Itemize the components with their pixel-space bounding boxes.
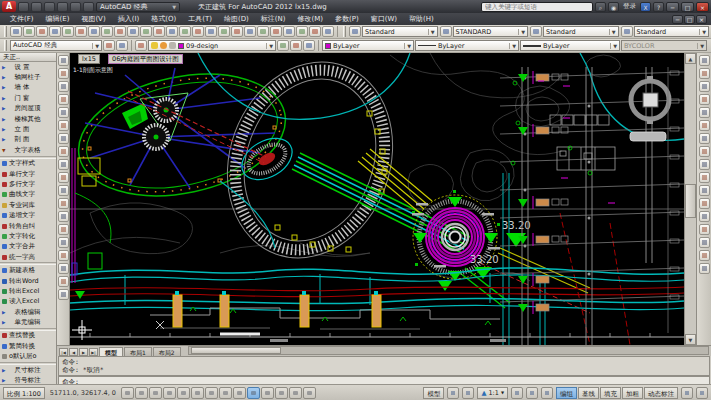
- model-space-button[interactable]: 模型: [423, 387, 444, 399]
- screen-menu-item[interactable]: 文字表格: [0, 145, 56, 155]
- join-icon[interactable]: [699, 224, 710, 235]
- screen-menu-item[interactable]: 轴网柱子: [0, 72, 56, 82]
- status-toggle-button[interactable]: [233, 387, 246, 399]
- document-minimize-button[interactable]: ─: [672, 15, 683, 24]
- toolbar-grip[interactable]: [4, 40, 7, 51]
- menu-item[interactable]: 绘图(D): [218, 13, 255, 25]
- workspaces-combo[interactable]: AutoCAD 经典 ▼: [10, 40, 102, 51]
- publish-icon[interactable]: [75, 26, 87, 37]
- next-tab-icon[interactable]: ▶: [79, 348, 88, 356]
- quick-view-drawings-icon[interactable]: [462, 387, 474, 399]
- create-block-icon[interactable]: [58, 211, 69, 222]
- screen-menu-title[interactable]: 天正..: [0, 53, 56, 62]
- screen-menu-item[interactable]: 文字合并: [0, 242, 56, 252]
- screen-menu-item[interactable]: 统一字高: [0, 252, 56, 262]
- exchange-apps-icon[interactable]: X: [640, 2, 651, 12]
- ellipse-arc-icon[interactable]: [58, 185, 69, 196]
- prev-tab-icon[interactable]: ◀: [69, 348, 78, 356]
- multiline-text-icon[interactable]: [58, 289, 69, 300]
- qnew-icon[interactable]: [10, 26, 22, 37]
- save-workspace-icon[interactable]: [116, 40, 128, 51]
- stretch-icon[interactable]: [699, 159, 710, 170]
- offset-icon[interactable]: [699, 94, 710, 105]
- polyline-icon[interactable]: [58, 81, 69, 92]
- status-toggle-button[interactable]: [149, 387, 162, 399]
- ellipse-icon[interactable]: [58, 172, 69, 183]
- last-tab-icon[interactable]: ▶|: [89, 348, 98, 356]
- menu-item[interactable]: 插入(I): [112, 13, 146, 25]
- screen-menu-item[interactable]: 门 窗: [0, 93, 56, 103]
- scroll-down-icon[interactable]: ▼: [685, 334, 696, 345]
- move-icon[interactable]: [699, 120, 710, 131]
- status-toggle-button[interactable]: [177, 387, 190, 399]
- layer-isolate-icon[interactable]: [290, 40, 302, 51]
- screen-menu-item[interactable]: 专业词库: [0, 200, 56, 210]
- status-toggle-button[interactable]: [303, 387, 316, 399]
- coordinates-readout[interactable]: 51711.0, 32617.4, 0: [48, 389, 118, 397]
- break-at-point-icon[interactable]: [699, 198, 710, 209]
- screen-menu-item[interactable]: o默认层o: [0, 352, 56, 362]
- screen-menu-item[interactable]: 新建表格: [0, 265, 56, 275]
- annotation-scale-button[interactable]: ▲ 1:1 ▼: [477, 387, 508, 399]
- tarch-toggle-button[interactable]: 填充: [600, 387, 621, 399]
- quick-view-layouts-icon[interactable]: [447, 387, 459, 399]
- screen-menu-item[interactable]: 符号标注: [0, 375, 56, 384]
- scroll-up-icon[interactable]: ▲: [685, 53, 696, 64]
- menu-item[interactable]: 格式(O): [145, 13, 182, 25]
- tarch-toggle-button[interactable]: 基线: [578, 387, 599, 399]
- style-icon[interactable]: [349, 26, 361, 37]
- screen-menu-item[interactable]: 房间屋顶: [0, 104, 56, 114]
- insert-block-icon[interactable]: [58, 198, 69, 209]
- view-label-tab[interactable]: 06内庭园平面图设计图: [108, 54, 183, 64]
- style-combo[interactable]: Standard ▼: [362, 26, 438, 37]
- screen-menu-item[interactable]: 转出Word: [0, 276, 56, 286]
- toolbar-grip[interactable]: [4, 26, 7, 37]
- copy-icon[interactable]: [114, 26, 126, 37]
- construction-line-icon[interactable]: [58, 68, 69, 79]
- status-toggle-button[interactable]: [121, 387, 134, 399]
- fillet-icon[interactable]: [699, 250, 710, 261]
- status-toggle-button[interactable]: [275, 387, 288, 399]
- sheet-set-manager-icon[interactable]: [283, 26, 295, 37]
- autocad-logo-icon[interactable]: A: [2, 1, 16, 12]
- screen-menu-item[interactable]: 多行文字: [0, 179, 56, 189]
- layout-tab[interactable]: 模型: [99, 347, 123, 356]
- screen-menu-item[interactable]: 文字样式: [0, 159, 56, 169]
- menu-item[interactable]: 窗口(W): [365, 13, 403, 25]
- toolbar-grip[interactable]: [343, 26, 346, 37]
- rotate-icon[interactable]: [699, 133, 710, 144]
- first-tab-icon[interactable]: |◀: [59, 348, 68, 356]
- screen-menu-item[interactable]: 递增文字: [0, 210, 56, 220]
- qat-redo-icon[interactable]: [83, 2, 94, 12]
- tool-palettes-icon[interactable]: [270, 26, 282, 37]
- screen-menu-item[interactable]: 剖 面: [0, 135, 56, 145]
- region-icon[interactable]: [58, 263, 69, 274]
- match-properties-icon[interactable]: [140, 26, 152, 37]
- mirror-icon[interactable]: [699, 81, 710, 92]
- revision-cloud-icon[interactable]: [58, 146, 69, 157]
- workspace-settings-icon[interactable]: [103, 40, 115, 51]
- workspace-combo[interactable]: AutoCAD 经典 ▼: [96, 2, 180, 12]
- break-icon[interactable]: [699, 211, 710, 222]
- point-icon[interactable]: [58, 224, 69, 235]
- screen-menu-item[interactable]: 转出Excel: [0, 286, 56, 296]
- menu-item[interactable]: 帮助(H): [403, 13, 440, 25]
- copy-icon[interactable]: [699, 68, 710, 79]
- menu-item[interactable]: 工具(T): [182, 13, 218, 25]
- style-combo[interactable]: STANDARD ▼: [453, 26, 529, 37]
- qat-save-icon[interactable]: [31, 2, 42, 12]
- screen-menu-item[interactable]: 读入Excel: [0, 297, 56, 307]
- markup-set-manager-icon[interactable]: [296, 26, 308, 37]
- screen-menu-item[interactable]: 表格编辑: [0, 307, 56, 317]
- search-icon[interactable]: ⌕: [595, 2, 606, 12]
- close-button[interactable]: ×: [696, 2, 709, 12]
- status-toggle-button[interactable]: [205, 387, 218, 399]
- status-toggle-button[interactable]: [163, 387, 176, 399]
- layer-freeze-icon[interactable]: [160, 42, 167, 49]
- toolbar-lock-icon[interactable]: [541, 387, 553, 399]
- table-icon[interactable]: [58, 276, 69, 287]
- status-toggle-button[interactable]: [219, 387, 232, 399]
- status-toggle-button[interactable]: [191, 387, 204, 399]
- style-icon[interactable]: [440, 26, 452, 37]
- scale-icon[interactable]: [699, 146, 710, 157]
